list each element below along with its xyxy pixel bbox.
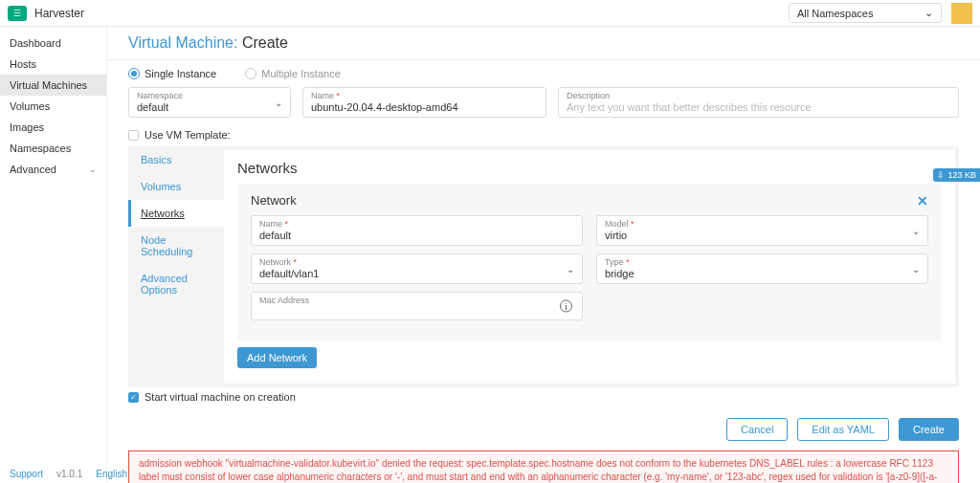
field-label: Type * [605,257,920,267]
field-label: Description [567,91,950,100]
name-field[interactable]: Name * ubuntu-20.04.4-desktop-amd64 [302,87,546,118]
field-label: Mac Address [259,296,574,305]
info-icon[interactable]: i [560,300,572,313]
language-link[interactable]: English [96,469,127,479]
page-title: Virtual Machine: Create [128,34,959,52]
radio-label: Single Instance [145,68,216,79]
error-message: admission webhook "virtualmachine-valida… [128,450,959,483]
sidebar-item-virtual-machines[interactable]: Virtual Machines [0,75,106,96]
field-label: Name * [259,219,574,229]
vtab-label: Volumes [141,181,181,192]
sidebar: Dashboard Hosts Virtual Machines Volumes… [0,27,107,483]
use-vm-template-checkbox[interactable]: Use VM Template: [128,125,959,146]
network-network-field[interactable]: Network * default/vlan1 ⌄ [251,253,583,284]
vtab-label: Networks [141,208,185,219]
badge-text: 123 KB [947,170,976,180]
support-link[interactable]: Support [10,469,43,479]
sidebar-item-dashboard[interactable]: Dashboard [0,33,106,54]
radio-dot-icon [128,68,140,79]
download-badge[interactable]: ⇩ 123 KB [933,168,980,182]
field-placeholder: Any text you want that better describes … [567,101,950,113]
checkbox-label: Use VM Template: [145,129,231,141]
chevron-down-icon: ⌄ [912,264,920,274]
sidebar-item-label: Virtual Machines [10,79,87,91]
network-name-field[interactable]: Name * default [251,215,583,246]
network-type-field[interactable]: Type * bridge ⌄ [596,253,928,284]
logo: ☰ [8,6,27,21]
network-model-field[interactable]: Model * virtio ⌄ [596,215,928,246]
checkbox-label: Start virtual machine on creation [145,391,296,403]
field-value: virtio [605,230,920,241]
sidebar-item-label: Dashboard [10,37,61,49]
description-field[interactable]: Description Any text you want that bette… [558,87,959,118]
sidebar-item-label: Volumes [10,100,50,112]
sidebar-item-advanced[interactable]: Advanced⌄ [0,159,106,180]
radio-multiple-instance[interactable]: Multiple Instance [245,68,341,79]
product-name: Harvester [34,7,84,20]
vtab-basics[interactable]: Basics [128,146,224,173]
add-network-button[interactable]: Add Network [237,347,317,368]
field-value: bridge [605,268,920,279]
chevron-down-icon: ⌄ [912,226,920,236]
networks-heading: Networks [237,160,942,176]
sidebar-item-images[interactable]: Images [0,117,106,138]
checkbox-icon [128,130,139,141]
field-value: default/vlan1 [259,268,574,279]
breadcrumb-current: Create [242,34,288,51]
chevron-down-icon: ⌄ [89,165,97,174]
download-icon: ⇩ [937,170,945,180]
start-on-creation-checkbox[interactable]: ✓ Start virtual machine on creation [128,387,959,408]
close-icon[interactable]: ✕ [917,193,928,209]
network-section-title: Network [251,193,928,208]
field-value: default [137,101,282,113]
field-value: default [259,230,574,241]
namespace-selector-value: All Namespaces [797,8,873,19]
sidebar-item-volumes[interactable]: Volumes [0,96,106,117]
sidebar-item-label: Advanced [10,164,56,175]
field-value: ubuntu-20.04.4-desktop-amd64 [311,101,538,113]
vtab-node-scheduling[interactable]: Node Scheduling [128,227,224,265]
sidebar-item-label: Hosts [10,58,36,70]
field-label: Model * [605,219,920,229]
chevron-down-icon: ⌄ [924,7,933,19]
breadcrumb-link[interactable]: Virtual Machine: [128,34,237,51]
vtab-advanced-options[interactable]: Advanced Options [128,265,224,303]
version-text: v1.0.1 [56,469,82,479]
sidebar-item-label: Images [10,121,44,133]
vtab-networks[interactable]: Networks [128,200,224,227]
field-label: Namespace [137,91,282,100]
radio-dot-icon [245,68,256,79]
sidebar-item-hosts[interactable]: Hosts [0,54,106,75]
vtab-volumes[interactable]: Volumes [128,173,224,200]
create-button[interactable]: Create [899,418,959,441]
sidebar-item-namespaces[interactable]: Namespaces [0,138,106,159]
sidebar-item-label: Namespaces [10,143,71,154]
vtab-label: Advanced Options [141,273,188,296]
avatar[interactable] [951,3,972,24]
checkbox-icon: ✓ [128,392,139,403]
vtab-label: Node Scheduling [141,234,192,257]
namespace-selector[interactable]: All Namespaces ⌄ [789,3,942,23]
namespace-field[interactable]: Namespace default ⌄ [128,87,291,118]
vtab-label: Basics [141,154,171,165]
network-mac-field[interactable]: Mac Address i [251,292,583,320]
chevron-down-icon: ⌄ [275,98,282,108]
cancel-button[interactable]: Cancel [726,418,788,441]
field-label: Name * [311,91,538,100]
radio-single-instance[interactable]: Single Instance [128,68,216,79]
radio-label: Multiple Instance [261,68,341,79]
field-label: Network * [259,257,574,267]
edit-as-yaml-button[interactable]: Edit as YAML [797,418,889,441]
chevron-down-icon: ⌄ [567,264,574,274]
